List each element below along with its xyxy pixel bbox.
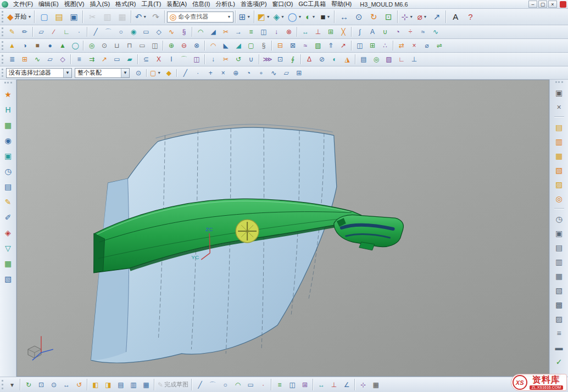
- menu-item[interactable]: 编辑(E): [36, 0, 62, 8]
- measure-distance-icon[interactable]: ⌀▼: [415, 10, 429, 24]
- edge-symmetry-icon[interactable]: ◫: [191, 54, 203, 65]
- edge-blend-icon[interactable]: ◠: [207, 40, 219, 51]
- spline-icon[interactable]: ∿: [165, 26, 177, 37]
- pattern-curve-icon[interactable]: ⊞: [325, 26, 337, 37]
- mirror-curve-icon[interactable]: ◫: [258, 26, 270, 37]
- hd3d-tools-icon[interactable]: ▨: [553, 178, 566, 190]
- trim-curve-icon[interactable]: ✂: [220, 26, 232, 37]
- replace-face-icon[interactable]: ⇌: [433, 40, 446, 51]
- highlight-icon[interactable]: ◆: [163, 68, 175, 79]
- show-constraints-icon[interactable]: ∠: [341, 379, 353, 390]
- project-face-icon[interactable]: ↓: [207, 54, 219, 65]
- menu-item[interactable]: 信息(I): [190, 0, 213, 8]
- i-form-icon[interactable]: I: [165, 54, 177, 65]
- intersect-body-icon[interactable]: ⊗: [191, 40, 203, 51]
- extension-surface-icon[interactable]: ⇉: [86, 54, 98, 65]
- open-icon[interactable]: ▤: [52, 10, 66, 24]
- command-finder-box[interactable]: ◎▼: [167, 12, 233, 23]
- fit-bottom-icon[interactable]: ⊡: [35, 379, 47, 390]
- reflect-analysis-icon[interactable]: ◐: [328, 54, 341, 65]
- sketch-rectangle-bottom-icon[interactable]: ▭: [244, 379, 257, 390]
- navigator-left-icon[interactable]: ▤: [2, 181, 15, 192]
- view-orient-icon[interactable]: ◩▼: [257, 10, 271, 24]
- snap-enable-icon[interactable]: ⊙: [132, 68, 144, 79]
- sketch-circle-bottom-icon[interactable]: ○: [219, 379, 231, 390]
- untrim-icon[interactable]: ↺: [232, 54, 244, 65]
- grid-bottom-icon[interactable]: ▦: [370, 379, 382, 390]
- sketch-arc-bottom-icon[interactable]: ⌒: [207, 379, 219, 390]
- palette-icon[interactable]: ▦: [2, 119, 15, 131]
- parts-list-icon[interactable]: ≡: [553, 327, 566, 339]
- four-point-surface-icon[interactable]: ▰: [124, 54, 136, 65]
- chamfer-curve-icon[interactable]: ◢: [207, 26, 219, 37]
- divide-curve-icon[interactable]: ÷: [404, 26, 416, 37]
- chevron-down-icon[interactable]: ▼: [227, 15, 231, 19]
- intersect-curve-icon[interactable]: ⊗: [283, 26, 295, 37]
- polygon-icon[interactable]: ◇: [153, 26, 165, 37]
- share-icon[interactable]: ◈: [2, 227, 15, 238]
- shaded-mode-icon[interactable]: ◈▼: [272, 10, 286, 24]
- menu-item[interactable]: 首选项(P): [238, 0, 270, 8]
- menu-item[interactable]: 格式(R): [113, 0, 138, 8]
- process-studio-icon[interactable]: ▤: [553, 242, 566, 253]
- show-hide-icon[interactable]: ◎: [370, 54, 382, 65]
- x-form-icon[interactable]: X: [153, 54, 165, 65]
- swept-icon[interactable]: ∿: [31, 54, 43, 65]
- sketch-point-bottom-icon[interactable]: ∙: [257, 379, 269, 390]
- smooth-spline-icon[interactable]: ≈: [417, 26, 429, 37]
- move-face-icon[interactable]: ⇄: [396, 40, 408, 51]
- block-icon[interactable]: ■: [31, 40, 43, 51]
- reuse-library-icon[interactable]: ▧: [553, 164, 566, 176]
- history-palette-icon[interactable]: ◷: [553, 213, 566, 225]
- top-view-icon[interactable]: ▤: [115, 379, 127, 390]
- pad-icon[interactable]: ⊓: [124, 40, 136, 51]
- circle-icon[interactable]: ○: [115, 26, 127, 37]
- delete-face-icon[interactable]: ×: [408, 40, 420, 51]
- menu-item[interactable]: 工具(T): [138, 0, 164, 8]
- help-icon[interactable]: ?: [463, 10, 477, 24]
- front-view-icon[interactable]: ▥: [127, 379, 140, 390]
- subtract-icon[interactable]: ⊖: [178, 40, 190, 51]
- snap-point-on-face-icon[interactable]: ▱: [280, 68, 292, 79]
- join-face-icon[interactable]: ∪: [245, 54, 257, 65]
- filter-left-icon[interactable]: ▽: [2, 242, 15, 254]
- snap-existing-point-icon[interactable]: ∘: [255, 68, 267, 79]
- move-object-icon[interactable]: ↗: [430, 10, 444, 24]
- snap-control-point-icon[interactable]: +: [204, 68, 216, 79]
- helix-icon[interactable]: §: [178, 26, 190, 37]
- notes-left-icon[interactable]: ▧: [2, 273, 15, 284]
- extrude-icon[interactable]: ▲: [6, 40, 18, 51]
- pattern-bottom-icon[interactable]: ⊞: [299, 379, 311, 390]
- unite-icon[interactable]: ⊕: [165, 40, 177, 51]
- wave-link-icon[interactable]: ⋙: [261, 54, 274, 65]
- hc-tool-icon[interactable]: H: [2, 104, 15, 115]
- background-color-icon[interactable]: ■▼: [318, 10, 332, 24]
- extend-curve-icon[interactable]: →: [232, 26, 244, 37]
- snap-point-on-curve-icon[interactable]: ∿: [268, 68, 280, 79]
- pattern-feature-icon[interactable]: ⊞: [366, 40, 378, 51]
- capture-icon[interactable]: ▣: [2, 150, 15, 161]
- patch-icon[interactable]: ▧: [312, 40, 324, 51]
- minimize-button[interactable]: –: [528, 1, 537, 8]
- n-sided-surface-icon[interactable]: ◇: [57, 54, 69, 65]
- system-scenes-icon[interactable]: ▧: [553, 284, 566, 296]
- window-switch-icon[interactable]: ⊞▼: [238, 10, 252, 24]
- studio-spline-icon[interactable]: ∫: [354, 26, 366, 37]
- snap-endpoint-icon[interactable]: ╱: [179, 68, 191, 79]
- section-analysis-icon[interactable]: ⊘: [316, 54, 328, 65]
- offset-bottom-icon[interactable]: ≡: [274, 379, 286, 390]
- snap-arc-center-icon[interactable]: ⊕: [230, 68, 242, 79]
- offset-curve-icon[interactable]: ≡: [245, 26, 257, 37]
- trimetric-view-icon[interactable]: ◧: [90, 379, 102, 390]
- slot-icon[interactable]: ▭: [136, 40, 148, 51]
- isometric-view-icon[interactable]: ◨: [102, 379, 114, 390]
- web-navigator-icon[interactable]: ◎: [553, 193, 566, 204]
- command-finder-input[interactable]: [179, 14, 226, 20]
- manufacturing-wizard-icon[interactable]: ▥: [553, 256, 566, 267]
- fillet-curve-icon[interactable]: ◠: [194, 26, 207, 37]
- groove-icon[interactable]: ◫: [149, 40, 161, 51]
- grid-left-icon[interactable]: ▦: [2, 257, 15, 269]
- object-display-icon[interactable]: ▨: [383, 54, 395, 65]
- sew-icon[interactable]: ≈: [299, 40, 311, 51]
- fit-view-icon[interactable]: ⊡: [381, 10, 396, 24]
